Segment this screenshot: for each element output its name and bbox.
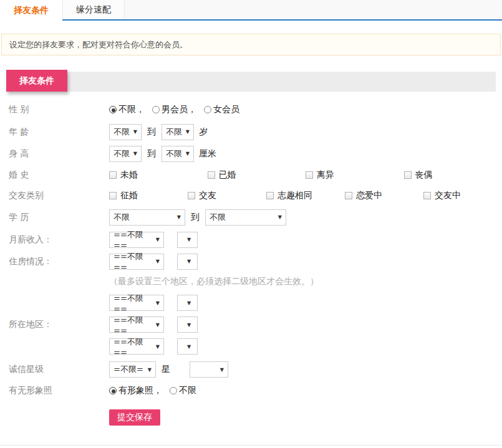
form-row-housing: 住房情况： ==不限== ▼ ▼ xyxy=(0,250,502,272)
select-age-max[interactable]: 不限 ▼ xyxy=(162,124,194,140)
select-income-value: ==不限== xyxy=(113,229,153,250)
select-housing-sub[interactable]: ▼ xyxy=(177,254,198,270)
education-label: 学 历 xyxy=(0,212,109,223)
select-height-max[interactable]: 不限 ▼ xyxy=(162,146,194,162)
select-education-min[interactable]: 不限 ▼ xyxy=(109,209,185,226)
checkbox-option-divorced[interactable]: 离异 xyxy=(306,169,397,181)
radio-any-gender[interactable] xyxy=(109,106,117,113)
form-row-integrity: 诚信星级 =不限= ▼ 星 ▼ xyxy=(0,358,502,381)
checkbox-friendship[interactable] xyxy=(188,192,195,199)
checkbox-like-minded-label: 志趣相同 xyxy=(278,190,312,201)
select-star-level-value: =不限= xyxy=(113,364,143,375)
checkbox-friendship-label: 交友 xyxy=(199,190,216,201)
checkbox-option-in-love[interactable]: 恋爱中 xyxy=(345,190,416,201)
radio-any-photo[interactable] xyxy=(170,387,177,394)
form-row-income: 月薪收入： ==不限== ▼ ▼ xyxy=(0,229,502,250)
height-unit: 厘米 xyxy=(199,148,216,160)
checkbox-option-widowed[interactable]: 丧偶 xyxy=(404,169,495,181)
form-row-region: 所在地区： ==不限== ▼ ▼ ==不限== ▼ ▼ xyxy=(0,291,502,358)
select-education-max-value: 不限 xyxy=(210,212,226,223)
tab-mate-criteria[interactable]: 择友条件 xyxy=(0,0,62,21)
checkbox-like-minded[interactable] xyxy=(266,192,274,199)
region-row-1: ==不限== ▼ ▼ xyxy=(109,295,198,311)
select-education-max[interactable]: 不限 ▼ xyxy=(205,209,286,226)
checkbox-dating-label: 交友中 xyxy=(435,190,461,201)
height-connector: 到 xyxy=(147,148,156,160)
radio-option-has-photo[interactable]: 有形象照， xyxy=(109,385,162,396)
notice-text: 设定您的择友要求，配对更对符合你心意的会员。 xyxy=(9,40,188,49)
age-label: 年 龄 xyxy=(0,126,109,138)
checkbox-marriage-seeking[interactable] xyxy=(109,192,117,199)
select-height-min[interactable]: 不限 ▼ xyxy=(109,146,142,162)
criteria-form: 性 别 不限， 男会员， 女会员 年 龄 不限 ▼ 到 不限 ▼ 岁 身 高 不 xyxy=(0,92,502,426)
chevron-down-icon: ▼ xyxy=(220,367,224,373)
checkbox-unmarried[interactable] xyxy=(109,171,117,179)
checkbox-married[interactable] xyxy=(208,171,215,179)
checkbox-widowed[interactable] xyxy=(404,171,412,179)
select-star-level[interactable]: =不限= ▼ xyxy=(109,361,156,378)
form-row-age: 年 龄 不限 ▼ 到 不限 ▼ 岁 xyxy=(0,121,502,143)
section-header-bar: 择友条件 xyxy=(6,72,496,92)
select-region-1-city[interactable]: ▼ xyxy=(177,295,198,311)
form-row-category: 交友类别 征婚 交友 志趣相同 恋爱中 交友中 xyxy=(0,185,502,206)
tab-quick-match[interactable]: 缘分速配 xyxy=(62,0,125,19)
radio-any-photo-label: 不限 xyxy=(179,385,196,396)
checkbox-divorced-label: 离异 xyxy=(317,169,334,181)
chevron-down-icon: ▼ xyxy=(156,300,160,306)
age-unit: 岁 xyxy=(199,126,208,138)
chevron-down-icon: ▼ xyxy=(156,259,160,264)
select-age-max-value: 不限 xyxy=(166,126,182,138)
checkbox-unmarried-label: 未婚 xyxy=(120,169,138,181)
select-height-max-value: 不限 xyxy=(166,148,182,160)
checkbox-option-like-minded[interactable]: 志趣相同 xyxy=(266,190,337,201)
radio-option-female[interactable]: 女会员 xyxy=(204,104,239,115)
marriage-label: 婚 史 xyxy=(0,169,109,181)
select-housing[interactable]: ==不限== ▼ xyxy=(109,254,164,270)
select-region-2-province[interactable]: ==不限== ▼ xyxy=(109,317,164,333)
tab-underline xyxy=(62,19,502,21)
checkbox-marriage-seeking-label: 征婚 xyxy=(120,190,138,201)
tab-bar: 择友条件 缘分速配 xyxy=(0,0,502,21)
checkbox-option-married[interactable]: 已婚 xyxy=(208,169,299,181)
select-region-3-province[interactable]: ==不限== ▼ xyxy=(109,338,164,355)
select-age-min[interactable]: 不限 ▼ xyxy=(109,124,142,140)
chevron-down-icon: ▼ xyxy=(278,214,282,220)
radio-option-male[interactable]: 男会员， xyxy=(152,104,196,115)
checkbox-in-love-label: 恋爱中 xyxy=(356,190,382,201)
select-region-1-province-value: ==不限== xyxy=(113,293,153,313)
select-region-2-city[interactable]: ▼ xyxy=(177,317,198,333)
checkbox-widowed-label: 丧偶 xyxy=(415,169,433,181)
checkbox-option-dating[interactable]: 交友中 xyxy=(423,190,495,201)
submit-save-button[interactable]: 提交保存 xyxy=(109,409,160,426)
bottom-divider xyxy=(0,445,502,446)
region-label: 所在地区： xyxy=(0,319,109,330)
region-select-list: ==不限== ▼ ▼ ==不限== ▼ ▼ xyxy=(109,295,198,355)
checkbox-option-unmarried[interactable]: 未婚 xyxy=(109,169,200,181)
radio-has-photo[interactable] xyxy=(109,387,117,394)
chevron-down-icon: ▼ xyxy=(133,129,137,135)
select-region-3-city[interactable]: ▼ xyxy=(177,338,198,355)
radio-male-label: 男会员， xyxy=(162,104,196,115)
integrity-label: 诚信星级 xyxy=(0,364,109,375)
housing-label: 住房情况： xyxy=(0,256,109,267)
select-region-1-province[interactable]: ==不限== ▼ xyxy=(109,295,164,311)
checkbox-option-friendship[interactable]: 交友 xyxy=(188,190,259,201)
select-star-sub[interactable]: ▼ xyxy=(190,361,228,378)
checkbox-dating[interactable] xyxy=(423,192,431,199)
income-label: 月薪收入： xyxy=(0,234,109,245)
radio-female[interactable] xyxy=(204,106,211,113)
select-education-min-value: 不限 xyxy=(113,212,130,223)
select-income[interactable]: ==不限== ▼ xyxy=(109,232,164,248)
chevron-down-icon: ▼ xyxy=(156,344,160,350)
chevron-down-icon: ▼ xyxy=(177,214,181,220)
radio-option-any-photo[interactable]: 不限 xyxy=(170,385,196,396)
checkbox-divorced[interactable] xyxy=(306,171,313,179)
radio-male[interactable] xyxy=(152,106,160,113)
checkbox-in-love[interactable] xyxy=(345,192,352,199)
select-income-sub[interactable]: ▼ xyxy=(177,232,198,248)
radio-option-any-gender[interactable]: 不限， xyxy=(109,104,145,115)
integrity-unit: 星 xyxy=(162,364,170,375)
checkbox-option-marriage-seeking[interactable]: 征婚 xyxy=(109,190,180,201)
select-height-min-value: 不限 xyxy=(113,148,130,160)
photo-label: 有无形象照 xyxy=(0,385,109,396)
